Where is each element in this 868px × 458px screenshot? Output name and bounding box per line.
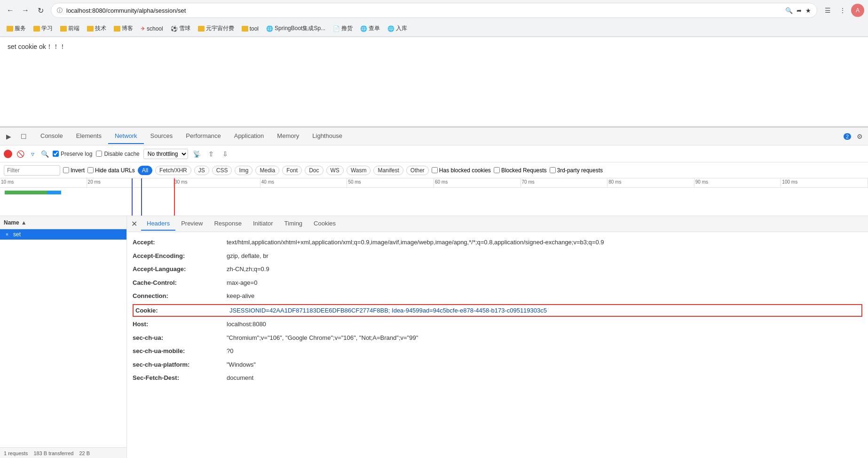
header-name: sec-ch-ua-platform: xyxy=(133,360,227,370)
extensions-icon[interactable]: ☰ xyxy=(821,4,834,17)
timeline-mark-50: 50 ms xyxy=(347,178,434,187)
bookmark-label: 学习 xyxy=(41,24,53,32)
header-row: Accept: text/html,application/xhtml+xml,… xyxy=(133,236,862,249)
timeline-bars xyxy=(5,189,61,196)
查单-icon: 🌐 xyxy=(360,25,367,32)
timeline-mark-20: 20 ms xyxy=(87,178,174,187)
close-details-button[interactable]: ✕ xyxy=(129,219,139,229)
filter-tag-css[interactable]: CSS xyxy=(212,166,232,175)
network-wifi-icon[interactable]: 📡 xyxy=(192,149,202,159)
throttle-select[interactable]: No throttling xyxy=(143,149,188,159)
filter-tag-media[interactable]: Media xyxy=(255,166,279,175)
header-row: Accept-Encoding: gzip, deflate, br xyxy=(133,249,862,263)
bookmark-tool[interactable]: tool xyxy=(239,24,261,33)
bookmark-label: 元宇宙付费 xyxy=(206,24,234,32)
filter-tag-fetch-xhr[interactable]: Fetch/XHR xyxy=(155,166,191,175)
header-name: Cookie: xyxy=(135,306,229,315)
bookmark-前端[interactable]: 前端 xyxy=(57,23,82,34)
has-blocked-cookies-checkbox[interactable]: Has blocked cookies xyxy=(432,167,491,174)
bookmark-服务[interactable]: 服务 xyxy=(4,23,29,34)
filter-tag-other[interactable]: Other xyxy=(406,166,429,175)
filter-tag-all[interactable]: All xyxy=(138,166,152,175)
filter-tag-manifest[interactable]: Manifest xyxy=(373,166,403,175)
header-name: Cache-Control: xyxy=(133,278,227,288)
bookmark-学习[interactable]: 学习 xyxy=(31,23,55,34)
reload-button[interactable]: ↻ xyxy=(34,4,47,17)
tab-performance[interactable]: Performance xyxy=(179,129,227,144)
details-tab-headers[interactable]: Headers xyxy=(141,217,175,231)
address-bar[interactable]: ⓘ localhost:8080/community/alpha/session… xyxy=(51,3,817,18)
blocked-requests-input[interactable] xyxy=(494,167,500,173)
bookmark-技术[interactable]: 技术 xyxy=(84,23,109,34)
bookmark-school[interactable]: ✈ school xyxy=(138,24,166,33)
bookmark-入库[interactable]: 🌐 入库 xyxy=(385,23,410,34)
third-party-input[interactable] xyxy=(550,167,556,173)
details-tab-response[interactable]: Response xyxy=(208,217,247,231)
filter-tag-img[interactable]: Img xyxy=(235,166,253,175)
bookmark-雪球[interactable]: ⚽ 雪球 xyxy=(168,23,193,34)
tab-sources[interactable]: Sources xyxy=(144,129,180,144)
upload-icon[interactable]: ⇧ xyxy=(206,149,216,159)
search-button[interactable]: 🔍 xyxy=(40,150,49,158)
chat-badge: 2 xyxy=(844,133,851,140)
header-row: Host: localhost:8080 xyxy=(133,318,862,331)
filter-tag-js[interactable]: JS xyxy=(194,166,209,175)
filter-tag-doc[interactable]: Doc xyxy=(305,166,323,175)
tab-memory[interactable]: Memory xyxy=(270,129,306,144)
tab-application[interactable]: Application xyxy=(228,129,271,144)
back-button[interactable]: ← xyxy=(4,4,17,17)
details-tab-preview[interactable]: Preview xyxy=(175,217,208,231)
request-item-set[interactable]: ≡ set xyxy=(0,229,126,240)
lock-icon: ⓘ xyxy=(57,7,63,15)
download-icon[interactable]: ⇩ xyxy=(220,149,230,159)
invert-input[interactable] xyxy=(63,167,69,173)
bookmark-元宇宙付费[interactable]: 元宇宙付费 xyxy=(195,23,237,34)
device-toolbar-icon[interactable]: ☐ xyxy=(17,130,30,143)
third-party-checkbox[interactable]: 3rd-party requests xyxy=(550,167,603,174)
preserve-log-input[interactable] xyxy=(53,151,59,157)
requests-header: Name ▲ xyxy=(0,216,126,229)
hide-data-urls-checkbox[interactable]: Hide data URLs xyxy=(87,167,135,174)
blocked-requests-checkbox[interactable]: Blocked Requests xyxy=(494,167,547,174)
select-element-icon[interactable]: ▶ xyxy=(2,130,15,143)
folder-icon xyxy=(87,26,94,32)
filter-tag-ws[interactable]: WS xyxy=(326,166,344,175)
timeline-mark-70: 70 ms xyxy=(521,178,608,187)
invert-checkbox[interactable]: Invert xyxy=(63,167,85,174)
url-text: localhost:8080/community/alpha/session/s… xyxy=(66,7,781,14)
tab-elements[interactable]: Elements xyxy=(70,129,108,144)
profile-icon[interactable]: A xyxy=(851,4,864,17)
record-button[interactable] xyxy=(4,150,12,158)
details-tab-timing[interactable]: Timing xyxy=(279,217,308,231)
filter-tag-font[interactable]: Font xyxy=(282,166,302,175)
filter-button[interactable]: ▿ xyxy=(28,150,37,158)
header-row: sec-ch-ua-platform: "Windows" xyxy=(133,358,862,372)
hide-data-urls-input[interactable] xyxy=(87,167,94,173)
folder-icon xyxy=(114,26,120,32)
details-tab-initiator[interactable]: Initiator xyxy=(247,217,279,231)
page-text: set cookie ok！！！ xyxy=(8,43,66,50)
bookmark-撸货[interactable]: 📄 撸货 xyxy=(330,23,355,34)
tab-network[interactable]: Network xyxy=(108,129,144,144)
filter-tag-wasm[interactable]: Wasm xyxy=(347,166,371,175)
request-name: set xyxy=(13,231,21,238)
bookmark-springboot[interactable]: 🌐 SpringBoot集成Sp... xyxy=(263,23,328,34)
timeline-mark-60: 60 ms xyxy=(434,178,521,187)
header-row: Cache-Control: max-age=0 xyxy=(133,276,862,290)
details-tab-cookies[interactable]: Cookies xyxy=(308,217,341,231)
has-blocked-cookies-input[interactable] xyxy=(432,167,438,173)
devtools-icons: ▶ ☐ xyxy=(2,130,30,143)
devtools-settings-icon[interactable]: ⚙ xyxy=(853,130,866,143)
bookmark-查单[interactable]: 🌐 查单 xyxy=(357,23,383,34)
bookmark-博客[interactable]: 博客 xyxy=(111,23,136,34)
clear-button[interactable]: 🚫 xyxy=(16,150,24,158)
disable-cache-checkbox[interactable]: Disable cache xyxy=(96,151,139,157)
disable-cache-input[interactable] xyxy=(96,151,102,157)
search-icon: 🔍 xyxy=(785,7,793,14)
filter-input[interactable] xyxy=(4,165,60,176)
tab-console[interactable]: Console xyxy=(34,129,70,144)
preserve-log-checkbox[interactable]: Preserve log xyxy=(53,151,92,157)
forward-button[interactable]: → xyxy=(19,4,32,17)
tab-lighthouse[interactable]: Lighthouse xyxy=(306,129,349,144)
menu-icon[interactable]: ⋮ xyxy=(836,4,849,17)
